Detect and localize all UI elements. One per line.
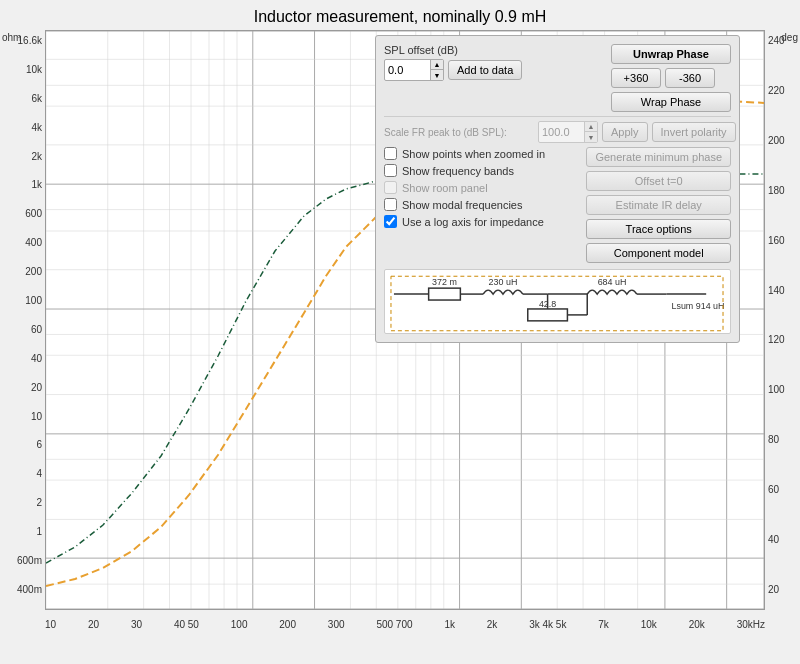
checkboxes-section: Show points when zoomed in Show frequenc… bbox=[384, 147, 580, 263]
svg-text:372 m: 372 m bbox=[432, 277, 457, 287]
spl-offset-up[interactable]: ▲ bbox=[431, 60, 443, 70]
show-modal-row: Show modal frequencies bbox=[384, 198, 580, 211]
scale-fr-spinner: ▲ ▼ bbox=[584, 122, 597, 142]
svg-text:42.8: 42.8 bbox=[539, 299, 556, 309]
chart-area: ohm deg 16.6k 10k 6k 4k 2k 1k 600 400 20… bbox=[0, 30, 800, 650]
spl-offset-input[interactable] bbox=[385, 62, 430, 78]
show-freq-bands-row: Show frequency bands bbox=[384, 164, 580, 177]
svg-rect-46 bbox=[429, 288, 461, 300]
show-points-row: Show points when zoomed in bbox=[384, 147, 580, 160]
use-log-axis-checkbox[interactable] bbox=[384, 215, 397, 228]
show-room-panel-row: Show room panel bbox=[384, 181, 580, 194]
invert-polarity-button[interactable]: Invert polarity bbox=[652, 122, 736, 142]
wrap-phase-button[interactable]: Wrap Phase bbox=[611, 92, 731, 112]
scale-fr-label: Scale FR peak to (dB SPL): bbox=[384, 127, 534, 138]
main-container: Inductor measurement, nominally 0.9 mH o… bbox=[0, 0, 800, 664]
y-axis-left: 16.6k 10k 6k 4k 2k 1k 600 400 200 100 60… bbox=[0, 30, 45, 610]
svg-text:230 uH: 230 uH bbox=[489, 277, 518, 287]
show-freq-bands-label: Show frequency bands bbox=[402, 165, 514, 177]
offset-t0-button[interactable]: Offset t=0 bbox=[586, 171, 731, 191]
unwrap-phase-button[interactable]: Unwrap Phase bbox=[611, 44, 731, 64]
svg-text:Lsum 914 uH: Lsum 914 uH bbox=[671, 301, 724, 311]
spl-offset-input-group: ▲ ▼ bbox=[384, 59, 444, 81]
scale-fr-up[interactable]: ▲ bbox=[585, 122, 597, 132]
spl-offset-down[interactable]: ▼ bbox=[431, 70, 443, 80]
add-to-data-button[interactable]: Add to data bbox=[448, 60, 522, 80]
estimate-ir-button[interactable]: Estimate IR delay bbox=[586, 195, 731, 215]
show-modal-label: Show modal frequencies bbox=[402, 199, 522, 211]
svg-rect-52 bbox=[528, 309, 568, 321]
show-room-panel-label: Show room panel bbox=[402, 182, 488, 194]
panel-right-buttons: Unwrap Phase +360 -360 Wrap Phase bbox=[611, 44, 731, 112]
plus360-button[interactable]: +360 bbox=[611, 68, 661, 88]
panel-left: SPL offset (dB) ▲ ▼ Add to data bbox=[384, 44, 522, 81]
generate-min-phase-button[interactable]: Generate minimum phase bbox=[586, 147, 731, 167]
component-model-button[interactable]: Component model bbox=[586, 243, 731, 263]
scale-fr-input-group: ▲ ▼ bbox=[538, 121, 598, 143]
show-freq-bands-checkbox[interactable] bbox=[384, 164, 397, 177]
y-axis-right: 240 220 200 180 160 140 120 100 80 60 40… bbox=[765, 30, 800, 610]
minus360-button[interactable]: -360 bbox=[665, 68, 715, 88]
page-title: Inductor measurement, nominally 0.9 mH bbox=[0, 0, 800, 30]
show-points-label: Show points when zoomed in bbox=[402, 148, 545, 160]
spl-offset-spinner: ▲ ▼ bbox=[430, 60, 443, 80]
right-buttons-section: Generate minimum phase Offset t=0 Estima… bbox=[586, 147, 731, 263]
use-log-axis-label: Use a log axis for impedance bbox=[402, 216, 544, 228]
show-modal-checkbox[interactable] bbox=[384, 198, 397, 211]
trace-options-button[interactable]: Trace options bbox=[586, 219, 731, 239]
use-log-axis-row: Use a log axis for impedance bbox=[384, 215, 580, 228]
svg-text:684 uH: 684 uH bbox=[598, 277, 627, 287]
scale-fr-down[interactable]: ▼ bbox=[585, 132, 597, 142]
x-axis: 10 20 30 40 50 100 200 300 500 700 1k 2k… bbox=[45, 619, 765, 630]
show-room-panel-checkbox[interactable] bbox=[384, 181, 397, 194]
control-panel: SPL offset (dB) ▲ ▼ Add to data Unw bbox=[375, 35, 740, 343]
apply-button[interactable]: Apply bbox=[602, 122, 648, 142]
circuit-diagram: 372 m 230 uH 42.8 bbox=[384, 269, 731, 334]
spl-offset-label: SPL offset (dB) bbox=[384, 44, 522, 56]
show-points-checkbox[interactable] bbox=[384, 147, 397, 160]
scale-fr-input[interactable] bbox=[539, 124, 584, 140]
